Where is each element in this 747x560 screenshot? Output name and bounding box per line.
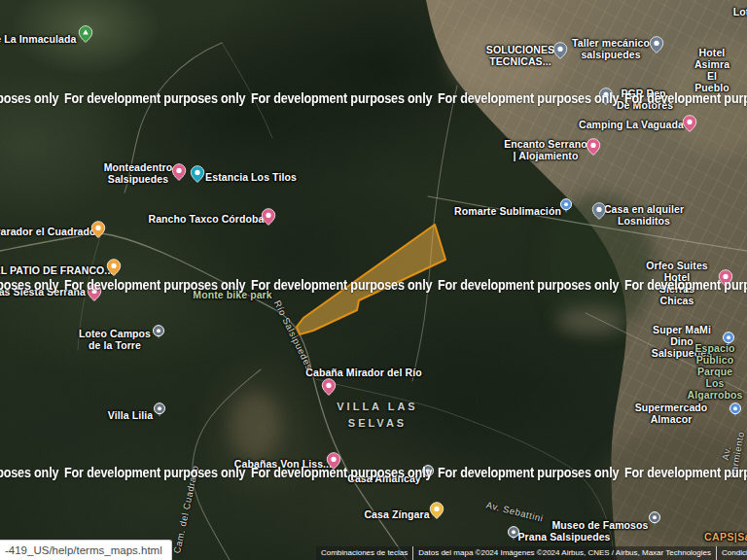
development-watermark: For development purposes only [624, 90, 747, 106]
development-watermark: For development purposes only [251, 90, 432, 106]
development-watermark: For development purposes only [624, 465, 747, 480]
map-canvas[interactable]: De La InmaculadaLoteSOLUCIONES TECNICAS.… [0, 0, 747, 560]
development-watermark: For development purposes only [0, 90, 58, 106]
development-watermark: For development purposes only [0, 465, 58, 480]
status-url-tooltip: -419_US/help/terms_maps.html [0, 540, 172, 560]
watermark-layer: For development purposes onlyFor develop… [0, 0, 747, 560]
terms-link[interactable]: Condiciones [716, 546, 747, 560]
attribution-bar: Combinaciones de teclas Datos del mapa ©… [316, 546, 747, 560]
development-watermark: For development purposes only [64, 465, 245, 480]
development-watermark: For development purposes only [64, 90, 245, 106]
development-watermark: For development purposes only [251, 465, 432, 480]
development-watermark: For development purposes only [438, 277, 619, 293]
development-watermark: For development purposes only [438, 90, 619, 106]
development-watermark: For development purposes only [0, 277, 58, 293]
development-watermark: For development purposes only [624, 277, 747, 293]
development-watermark: For development purposes only [438, 465, 619, 480]
development-watermark: For development purposes only [64, 277, 245, 293]
map-data-attribution-link[interactable]: Datos del mapa ©2024 Imágenes ©2024 Airb… [412, 546, 716, 560]
development-watermark: For development purposes only [251, 277, 432, 293]
keyboard-shortcuts-link[interactable]: Combinaciones de teclas [316, 546, 412, 560]
